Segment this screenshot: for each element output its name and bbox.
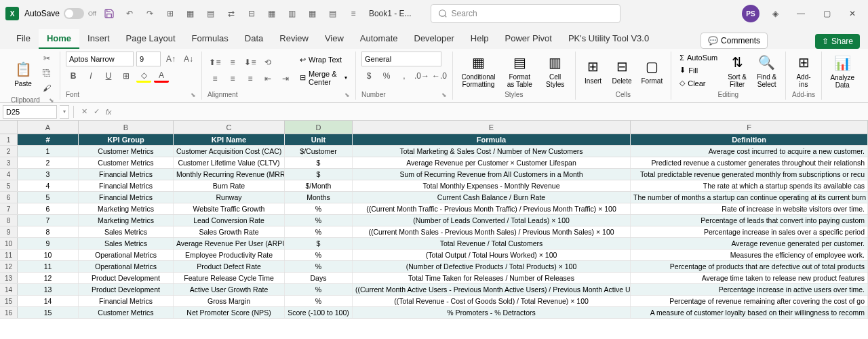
diamond-icon[interactable]: ◈: [765, 3, 785, 24]
cell[interactable]: ((Current Month Active Users - Previous …: [353, 284, 631, 295]
cell[interactable]: 4: [18, 180, 79, 191]
qat-icon-1[interactable]: ⊞: [163, 6, 178, 21]
cell[interactable]: Website Traffic Growth: [174, 203, 285, 214]
qat-icon-7[interactable]: ▥: [285, 6, 300, 21]
decrease-indent-button[interactable]: ⇤: [260, 72, 275, 85]
conditional-formatting-button[interactable]: ▦Conditional Formatting: [458, 52, 498, 89]
toggle-switch-icon[interactable]: [64, 8, 84, 19]
cell[interactable]: Marketing Metrics: [79, 203, 174, 214]
cell[interactable]: Marketing Metrics: [79, 215, 174, 226]
merge-center-button[interactable]: ⊟Merge & Center▾: [297, 68, 350, 87]
cell[interactable]: Feature Release Cycle Time: [174, 273, 285, 283]
cell[interactable]: 7: [18, 215, 79, 226]
cell[interactable]: Days: [285, 273, 353, 283]
restore-button[interactable]: ▢: [816, 3, 837, 24]
wrap-text-button[interactable]: ↩Wrap Text: [297, 54, 350, 66]
formula-input[interactable]: [117, 105, 868, 119]
cell-styles-button[interactable]: ▥Cell Styles: [541, 52, 570, 89]
cell[interactable]: ((Current Month Traffic - Previous Month…: [353, 203, 631, 214]
tab-automate[interactable]: Automate: [352, 29, 406, 49]
column-header-F[interactable]: F: [631, 121, 868, 134]
cell[interactable]: Net Promoter Score (NPS): [174, 307, 285, 318]
delete-cells-button[interactable]: ⊟Delete: [610, 56, 635, 86]
cell[interactable]: Sales Metrics: [79, 238, 174, 249]
alignment-dialog-launcher[interactable]: ⬊: [344, 92, 350, 98]
cell[interactable]: 6: [18, 203, 79, 214]
cell[interactable]: Sales Metrics: [79, 226, 174, 237]
align-right-button[interactable]: ≡: [243, 72, 258, 85]
cell[interactable]: Operational Metrics: [79, 250, 174, 260]
column-header-B[interactable]: B: [79, 121, 174, 134]
cell[interactable]: Financial Metrics: [79, 192, 174, 203]
cell[interactable]: Monthly Recurring Revenue (MRR): [174, 169, 285, 180]
row-header[interactable]: 10: [0, 238, 18, 249]
cell[interactable]: Percentage increase in sales over a spec…: [631, 226, 868, 237]
cell[interactable]: ((Current Month Sales - Previous Month S…: [353, 226, 631, 237]
fill-color-button[interactable]: ◇: [136, 69, 151, 83]
cell[interactable]: 13: [18, 284, 79, 295]
cell[interactable]: Active User Growth Rate: [174, 284, 285, 295]
decrease-font-button[interactable]: A↓: [181, 52, 196, 66]
fx-button[interactable]: fx: [102, 106, 115, 118]
header-cell[interactable]: Unit: [285, 134, 353, 145]
font-color-button[interactable]: A: [154, 69, 169, 83]
cell[interactable]: 12: [18, 273, 79, 283]
autosum-button[interactable]: ΣAutoSum: [677, 52, 720, 63]
qat-icon-5[interactable]: ⊟: [244, 6, 259, 21]
row-header[interactable]: 2: [0, 146, 18, 157]
select-all-button[interactable]: [0, 121, 18, 134]
format-cells-button[interactable]: ▢Format: [639, 56, 666, 86]
font-dialog-launcher[interactable]: ⬊: [191, 92, 196, 98]
column-header-E[interactable]: E: [353, 121, 631, 134]
row-header[interactable]: 12: [0, 261, 18, 272]
column-header-D[interactable]: D: [285, 121, 353, 134]
tab-developer[interactable]: Developer: [406, 29, 462, 49]
comments-button[interactable]: 💬 Comments: [701, 33, 768, 49]
currency-button[interactable]: $: [361, 69, 376, 83]
cell[interactable]: %: [285, 203, 353, 214]
clear-button[interactable]: ◇Clear: [677, 77, 720, 89]
cell[interactable]: Average Revenue Per User (ARPU): [174, 238, 285, 249]
bold-button[interactable]: B: [66, 69, 81, 83]
format-painter-button[interactable]: 🖌: [39, 81, 54, 95]
number-dialog-launcher[interactable]: ⬊: [441, 92, 447, 98]
cell[interactable]: 15: [18, 307, 79, 318]
copy-button[interactable]: ⿻: [39, 66, 54, 80]
orientation-button[interactable]: ⟲: [260, 56, 275, 69]
cell[interactable]: ((Total Revenue - Cost of Goods Sold) / …: [353, 296, 631, 306]
user-avatar[interactable]: PS: [742, 5, 760, 22]
save-icon[interactable]: [102, 6, 117, 21]
cell[interactable]: Total Marketing & Sales Cost / Number of…: [353, 146, 631, 157]
row-header[interactable]: 8: [0, 215, 18, 226]
clipboard-dialog-launcher[interactable]: ⬊: [49, 97, 54, 104]
row-header[interactable]: 1: [0, 134, 18, 145]
cell[interactable]: The rate at which a startup spends its a…: [631, 180, 868, 191]
cell[interactable]: $/Month: [285, 180, 353, 191]
cell[interactable]: Total Monthly Expenses - Monthly Revenue: [353, 180, 631, 191]
cell[interactable]: Customer Metrics: [79, 146, 174, 157]
qat-icon-6[interactable]: ▦: [264, 6, 279, 21]
cell[interactable]: Customer Metrics: [79, 307, 174, 318]
cell[interactable]: Average Revenue per Customer × Customer …: [353, 157, 631, 168]
row-header[interactable]: 4: [0, 169, 18, 180]
cell[interactable]: Months: [285, 192, 353, 203]
cell[interactable]: Financial Metrics: [79, 180, 174, 191]
font-name-input[interactable]: [66, 52, 134, 66]
tab-pk-s-utility-tool-v3-0[interactable]: PK's Utility Tool V3.0: [560, 29, 657, 49]
row-header[interactable]: 16: [0, 307, 18, 318]
name-box[interactable]: D25: [3, 105, 57, 119]
format-as-table-button[interactable]: ▤Format as Table: [502, 52, 537, 89]
cell[interactable]: 1: [18, 146, 79, 157]
comma-button[interactable]: ,: [397, 69, 412, 83]
align-bottom-button[interactable]: ⬇≡: [243, 56, 258, 69]
cell[interactable]: Score (-100 to 100): [285, 307, 353, 318]
cell[interactable]: Customer Lifetime Value (CLTV): [174, 157, 285, 168]
cell[interactable]: Average cost incurred to acquire a new c…: [631, 146, 868, 157]
row-header[interactable]: 7: [0, 203, 18, 214]
tab-home[interactable]: Home: [39, 29, 79, 49]
cell[interactable]: (Number of Defective Products / Total Pr…: [353, 261, 631, 272]
cell[interactable]: %: [285, 284, 353, 295]
cell[interactable]: $: [285, 157, 353, 168]
tab-formulas[interactable]: Formulas: [184, 29, 237, 49]
cell[interactable]: Lead Conversion Rate: [174, 215, 285, 226]
